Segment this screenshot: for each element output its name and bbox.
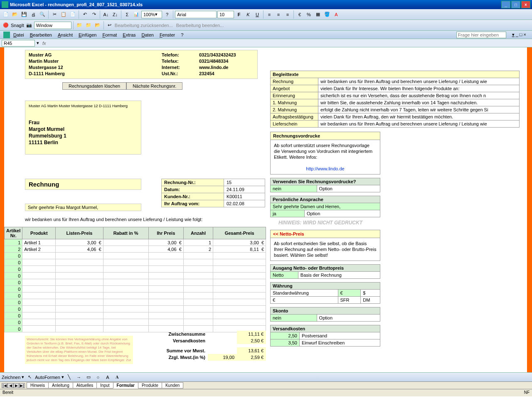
menu-fenster[interactable]: Fenster xyxy=(157,32,177,38)
review-send-icon[interactable]: ↩ xyxy=(106,21,114,30)
menu-bearbeiten[interactable]: Bearbeiten xyxy=(27,32,54,38)
maximize-button[interactable]: □ xyxy=(511,1,520,8)
help-input[interactable] xyxy=(456,32,506,38)
zoom-combo[interactable]: 100%▾ xyxy=(141,11,162,18)
line-icon[interactable]: ╲ xyxy=(65,373,74,381)
begleit-val[interactable]: wir bedanken uns für Ihren Auftrag und b… xyxy=(318,78,520,85)
tab-first-icon[interactable]: |◀ xyxy=(2,383,7,388)
menu-datei[interactable]: Datei xyxy=(11,32,27,38)
item-nr-cell[interactable]: 0 xyxy=(5,306,22,312)
fontsize-combo[interactable]: 10 xyxy=(217,11,234,18)
greeting[interactable]: Sehr geehrte Frau Margot Murmel, xyxy=(25,204,141,211)
item-nr-cell[interactable]: 0 xyxy=(5,312,22,319)
sheet-tab-formular[interactable]: Formular xyxy=(113,382,138,388)
document-type[interactable]: Rechnung xyxy=(25,179,141,190)
name-box[interactable]: R45 xyxy=(2,40,35,47)
preview-icon[interactable]: 🔍 xyxy=(38,10,47,19)
sheet-tab-aktuelles[interactable]: Aktuelles xyxy=(73,382,97,388)
close-button[interactable]: × xyxy=(521,1,530,8)
bold-icon[interactable]: F xyxy=(235,10,243,19)
item-nr-cell[interactable]: 0 xyxy=(5,299,22,306)
begleit-val[interactable]: vielen Dank für Ihren Auftrag, den wir h… xyxy=(318,113,520,120)
excel-menu-icon[interactable] xyxy=(3,32,10,38)
order-date-cell[interactable]: 02.02.08 xyxy=(224,200,265,207)
menu-ansicht[interactable]: Ansicht xyxy=(55,32,75,38)
menu-einfuegen[interactable]: Einfügen xyxy=(76,32,99,38)
item-nr-cell[interactable]: 0 xyxy=(5,326,22,332)
sheet-tab-anleitung[interactable]: Anleitung xyxy=(48,382,73,388)
copy-icon[interactable]: 📋 xyxy=(59,10,68,19)
use-vordrucke-value[interactable]: nein xyxy=(271,185,317,192)
begleit-key[interactable]: Erinnerung xyxy=(271,92,318,99)
invoice-nr-cell[interactable]: 15 xyxy=(224,179,265,186)
begleit-key[interactable]: Lieferschein xyxy=(271,120,318,128)
arrow-icon[interactable]: → xyxy=(75,373,83,381)
snagit-icon[interactable]: 🔴 xyxy=(2,21,10,30)
percent-icon[interactable]: % xyxy=(305,10,313,19)
item-prod-cell[interactable]: Artikel 2 xyxy=(22,246,56,253)
item-nr-cell[interactable]: 0 xyxy=(5,266,22,273)
open-icon[interactable]: 📂 xyxy=(11,10,19,19)
item-nr-cell[interactable]: 0 xyxy=(5,259,22,266)
invoice-date-cell[interactable]: 24.11.09 xyxy=(224,186,265,193)
paste-icon[interactable]: 📄 xyxy=(69,10,77,19)
begleit-val[interactable]: vielen Dank für Ihr Interesse. Wir biete… xyxy=(318,85,520,92)
save-icon[interactable]: 💾 xyxy=(20,10,28,19)
align-right-icon[interactable]: ≡ xyxy=(283,10,292,19)
item-nr-cell[interactable]: 0 xyxy=(5,273,22,279)
item-nr-cell[interactable]: 0 xyxy=(5,279,22,286)
next-invoice-button[interactable]: Nächste Rechungsnr. xyxy=(126,82,182,90)
review-end-label[interactable]: Bearbeitung beenden... xyxy=(176,23,224,28)
italic-icon[interactable]: K xyxy=(244,10,252,19)
sheet-tab-hinweis[interactable]: Hinweis xyxy=(27,382,49,388)
item-nr-cell[interactable]: 0 xyxy=(5,319,22,326)
snagit-capture-icon[interactable]: 📷 xyxy=(25,21,33,30)
vordruck-link[interactable]: http://www.lindo.de xyxy=(306,166,344,171)
underline-icon[interactable]: U xyxy=(253,10,261,19)
company-block[interactable]: Muster AGTelefon:0321/3432432423 Martin … xyxy=(25,50,258,79)
personal-value[interactable]: ja xyxy=(271,210,305,217)
begleit-val[interactable]: erfolgt die Zahlung nicht innerhalb von … xyxy=(318,106,520,113)
address-block[interactable]: Muster AG Martin Muster Mustergasse 12 D… xyxy=(25,101,141,155)
sort-desc-icon[interactable]: Z↓ xyxy=(111,10,119,19)
clear-invoice-button[interactable]: Rechnungsdaten löschen xyxy=(62,82,126,90)
folder2-icon[interactable]: 📁 xyxy=(84,21,93,30)
begleit-key[interactable]: Rechnung xyxy=(271,78,318,85)
new-icon[interactable]: 📄 xyxy=(2,10,10,19)
rect-icon[interactable]: ▭ xyxy=(84,373,93,381)
item-nr-cell[interactable]: 2 xyxy=(5,246,22,253)
borders-icon[interactable]: ▦ xyxy=(314,10,322,19)
begleit-key[interactable]: 2. Mahnung xyxy=(271,106,318,113)
cut-icon[interactable]: ✂ xyxy=(50,10,59,19)
chart-icon[interactable]: 📊 xyxy=(132,10,140,19)
textbox-icon[interactable]: A xyxy=(103,373,112,381)
minimize-button[interactable]: _ xyxy=(501,1,510,8)
skonto-value[interactable]: nein xyxy=(271,315,317,322)
customer-nr-cell[interactable]: K00011 xyxy=(224,193,265,200)
folder3-icon[interactable]: 📂 xyxy=(94,21,102,30)
tab-prev-icon[interactable]: ◀ xyxy=(7,383,13,388)
folder1-icon[interactable]: 📁 xyxy=(75,21,84,30)
sum-icon[interactable]: Σ xyxy=(123,10,131,19)
item-nr-cell[interactable]: 0 xyxy=(5,293,22,299)
undo-icon[interactable]: ↶ xyxy=(81,10,89,19)
review-send-label[interactable]: Bearbeitung zurücksenden... xyxy=(115,23,173,28)
autoformen-menu[interactable]: AutoFormen xyxy=(35,375,60,380)
begleit-val[interactable]: sicherlich ist es nur ein Versehen, dass… xyxy=(318,92,520,99)
begleit-key[interactable]: Auftragsbestätigung xyxy=(271,113,318,120)
currency-icon[interactable]: € xyxy=(296,10,304,19)
sheet-tab-kunden[interactable]: Kunden xyxy=(162,382,183,388)
align-left-icon[interactable]: ≡ xyxy=(265,10,273,19)
menu-format[interactable]: Format xyxy=(100,32,119,38)
sort-asc-icon[interactable]: A↓ xyxy=(102,10,110,19)
fx-icon[interactable]: fx xyxy=(42,41,46,46)
snagit-mode-combo[interactable]: Window xyxy=(34,22,71,29)
menu-hilfe[interactable]: ? xyxy=(178,32,186,38)
begleit-val[interactable]: wir bedanken uns für Ihren Auftrag und b… xyxy=(318,120,520,128)
print-icon[interactable]: 🖨 xyxy=(29,10,37,19)
fillcolor-icon[interactable]: 🪣 xyxy=(323,10,331,19)
help-icon[interactable]: ? xyxy=(163,10,171,19)
fontcolor-icon[interactable]: A xyxy=(332,10,340,19)
redo-icon[interactable]: ↷ xyxy=(90,10,98,19)
oval-icon[interactable]: ○ xyxy=(94,373,102,381)
